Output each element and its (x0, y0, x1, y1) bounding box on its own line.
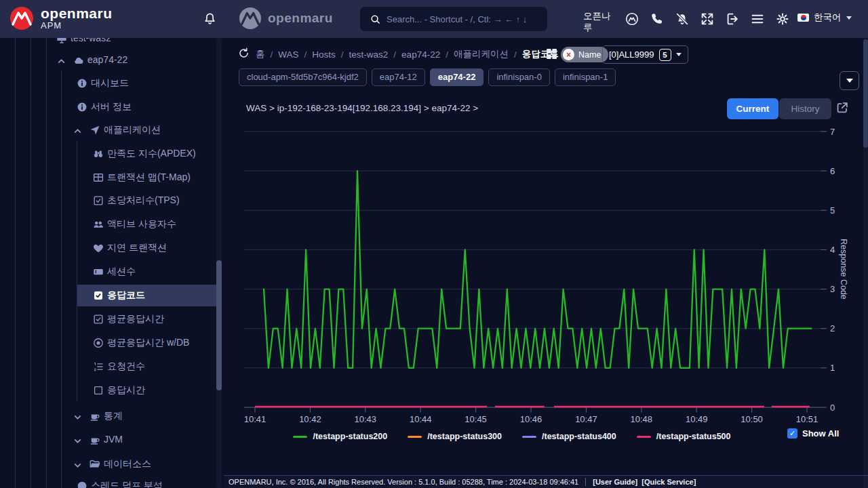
sidebar-item-애플리케이션[interactable]: 애플리케이션 (0, 119, 224, 141)
settings-icon[interactable] (774, 11, 791, 27)
svg-text:5: 5 (830, 205, 835, 216)
instance-dropdown-value: [0]ALL9999 (609, 49, 654, 60)
info-icon (76, 77, 88, 89)
legend-item-/testapp-status500[interactable]: /testapp-status500 (637, 432, 731, 441)
sidebar-item-스레드-덤프-분석[interactable]: 스레드 덤프 분석 (0, 475, 224, 488)
instance-dropdown[interactable]: [0]ALL9999 5 (602, 45, 688, 64)
history-button[interactable]: History (779, 98, 831, 119)
breadcrumb-item[interactable]: test-was2 (349, 49, 389, 60)
coffee-icon (89, 434, 101, 446)
footer-separator (585, 478, 586, 486)
sidebar-item-응답시간[interactable]: 응답시간 (0, 380, 224, 401)
sidebar-item-세션수[interactable]: 세션수 (0, 261, 224, 283)
sidebar-item-eap74-22[interactable]: eap74-22 (0, 49, 224, 71)
breadcrumb-item[interactable]: eap74-22 (401, 49, 440, 60)
legend-item-/testapp-status200[interactable]: /testapp-status200 (293, 432, 387, 441)
pie-icon (76, 480, 88, 488)
instance-chip-infinispan-1[interactable]: infinispan-1 (555, 68, 616, 86)
quick-service-link[interactable]: [Quick Service] (642, 478, 696, 486)
phone-icon[interactable] (649, 11, 665, 27)
notifications-bell-icon[interactable] (202, 11, 218, 29)
sidebar-scrollbar-thumb[interactable] (216, 260, 222, 390)
breadcrumb-item[interactable]: 홈 (256, 48, 265, 60)
sidebar-item-test-was2[interactable]: test-was2 (0, 38, 224, 49)
chevron-down-icon (676, 53, 682, 56)
sidebar-item-평균응답시간[interactable]: 평균응답시간 (0, 308, 224, 330)
collapse-panel-button[interactable] (840, 71, 859, 90)
sidebar-item-label: eap74-22 (87, 54, 127, 65)
sidebar-item-트랜잭션-맵(T-Map)[interactable]: 트랜잭션 맵(T-Map) (0, 167, 224, 188)
legend-item-/testapp-status400[interactable]: /testapp-status400 (522, 432, 616, 441)
breadcrumb-item[interactable]: 애플리케이션 (454, 48, 509, 60)
chevron-up-icon[interactable] (73, 126, 82, 138)
legend-item-/testapp-status300[interactable]: /testapp-status300 (408, 432, 502, 441)
sidebar-item-label: 지연 트랜잭션 (107, 242, 167, 254)
instance-chip-infinispan-0[interactable]: infinispan-0 (488, 68, 550, 86)
instance-chip-eap74-12[interactable]: eap74-12 (372, 68, 425, 86)
legend-color-dash (522, 436, 536, 438)
korea-flag-icon (797, 14, 809, 22)
fullscreen-icon[interactable] (699, 11, 715, 27)
sidebar-item-label: 액티브 사용자수 (107, 218, 176, 230)
breadcrumb-item[interactable]: WAS (278, 49, 298, 60)
ticket-icon (92, 266, 104, 278)
sidebar-tree: test-was2eap74-22대시보드서버 정보애플리케이션만족도 지수(A… (0, 38, 224, 488)
app-logo[interactable]: openmaru APM (9, 6, 113, 30)
sidebar-item-label: 평균응답시간 (107, 313, 164, 325)
language-selector[interactable]: 한국어 (797, 12, 852, 24)
instance-chip-eap74-22[interactable]: eap74-22 (430, 68, 484, 86)
sidebar-item-JVM[interactable]: JVM (0, 429, 224, 451)
sidebar-item-만족도-지수(APDEX)[interactable]: 만족도 지수(APDEX) (0, 143, 224, 165)
sidebar-item-서버-정보[interactable]: 서버 정보 (0, 96, 224, 118)
refresh-icon[interactable] (237, 47, 250, 62)
notifications-off-icon[interactable] (674, 11, 690, 27)
menu-icon[interactable] (749, 11, 766, 27)
svg-text:10:48: 10:48 (631, 414, 653, 424)
chevron-down-icon[interactable] (73, 436, 82, 448)
app-title: openmaru APM (41, 7, 113, 30)
sidebar-item-label: 평균응답시간 w/DB (107, 337, 189, 349)
main-content: 0123456710:4110:4210:4310:4410:4510:4610… (224, 38, 868, 488)
sidebar-item-요청건수[interactable]: 요청건수 (0, 356, 224, 378)
name-filter-tag[interactable]: × Name (561, 47, 608, 62)
svg-text:7: 7 (830, 127, 835, 137)
sidebar-item-데이터소스[interactable]: 데이터소스 (0, 453, 224, 475)
footer-copyright: OPENMARU, Inc. © 2016, All Rights Reserv… (229, 478, 578, 486)
instance-chip-cloud-apm-5fd5b7c964-kjdf2[interactable]: cloud-apm-5fd5b7c964-kjdf2 (239, 68, 367, 86)
breadcrumb-separator: / (271, 49, 273, 60)
external-link-icon[interactable] (835, 100, 850, 118)
main-scrollbar-thumb[interactable] (863, 39, 868, 148)
breadcrumb: 홈/WAS/Hosts/test-was2/eap74-22/애플리케이션/응답… (256, 48, 559, 60)
sidebar-item-label: 초당처리수(TPS) (107, 195, 180, 207)
show-all-checkbox[interactable]: ✓ (787, 428, 797, 439)
sidebar-item-label: 애플리케이션 (104, 124, 161, 136)
breadcrumb-item[interactable]: Hosts (312, 49, 336, 60)
footer: OPENMARU, Inc. © 2016, All Rights Reserv… (224, 475, 868, 488)
table-view-icon[interactable] (545, 47, 559, 64)
sidebar-item-액티브-사용자수[interactable]: 액티브 사용자수 (0, 214, 224, 235)
show-all-toggle: ✓ Show All (787, 428, 839, 439)
chevron-up-icon[interactable] (57, 56, 66, 68)
sign-out-icon[interactable] (724, 11, 741, 27)
search-input[interactable]: Search... - Shortcut - /, Ctl: → ← ↑ ↓ (360, 7, 547, 31)
user-name[interactable]: 오픈나루 (583, 10, 614, 33)
sidebar-item-통계[interactable]: 통계 (0, 405, 224, 427)
coffee-icon (89, 410, 101, 422)
svg-text:10:47: 10:47 (575, 414, 597, 424)
chevron-down-icon[interactable] (73, 460, 82, 472)
chevron-down-icon (846, 16, 852, 20)
remove-filter-icon[interactable]: × (563, 49, 574, 60)
list-ol-icon (92, 361, 104, 373)
openmaru-circle-icon[interactable] (624, 11, 640, 27)
user-guide-link[interactable]: [User Guide] (593, 478, 637, 486)
sidebar-item-초당처리수(TPS)[interactable]: 초당처리수(TPS) (0, 190, 224, 211)
sidebar-item-응답코드[interactable]: 응답코드 (0, 285, 224, 306)
chevron-down-icon[interactable] (73, 412, 82, 424)
sidebar-item-label: 만족도 지수(APDEX) (107, 148, 196, 160)
instance-chip-row: cloud-apm-5fd5b7c964-kjdf2eap74-12eap74-… (239, 68, 616, 86)
current-button[interactable]: Current (727, 98, 778, 119)
folder-icon (89, 458, 101, 470)
sidebar-item-지연-트랜잭션[interactable]: 지연 트랜잭션 (0, 237, 224, 259)
sidebar-item-평균응답시간-w/DB[interactable]: 평균응답시간 w/DB (0, 332, 224, 354)
sidebar-item-대시보드[interactable]: 대시보드 (0, 73, 224, 94)
